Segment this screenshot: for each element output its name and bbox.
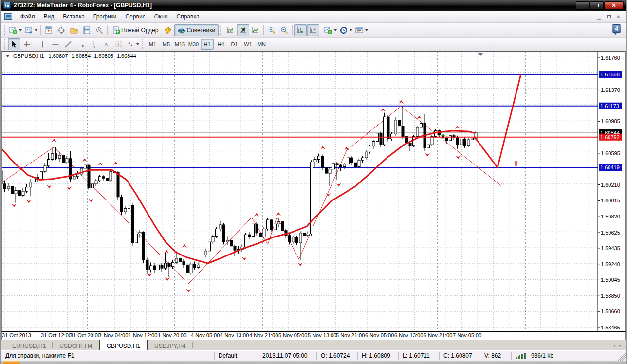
new-chart-button[interactable]: [8, 24, 23, 36]
menu-сервис[interactable]: Сервис: [121, 12, 150, 21]
timeframe-w1-button[interactable]: W1: [241, 39, 255, 50]
maximize-button[interactable]: [590, 1, 604, 10]
zoom-in-button[interactable]: [265, 24, 278, 36]
menu-окно[interactable]: Окно: [150, 12, 172, 21]
bear-candle: [325, 167, 328, 173]
chart-area[interactable]: GBPUSD,H1 1.60807 1.60854 1.60805 1.6084…: [1, 51, 626, 331]
tester-magnifier-icon: [95, 26, 103, 34]
expert-advisors-button[interactable]: Советники: [174, 24, 219, 36]
tab-scroll-left-icon[interactable]: ◂: [613, 343, 615, 348]
profiles-button[interactable]: [23, 24, 39, 36]
timeframe-h1-button[interactable]: H1: [201, 39, 214, 50]
templates-button[interactable]: [354, 24, 369, 36]
toolbar-grip[interactable]: [220, 25, 222, 35]
timeframe-m1-button[interactable]: M1: [146, 39, 159, 50]
indicators-button[interactable]: [323, 24, 338, 36]
chart-low-value: 1.60805: [94, 53, 113, 59]
bear-candle: [186, 265, 189, 273]
terminal-button[interactable]: [80, 24, 93, 36]
data-window-button[interactable]: [55, 24, 68, 36]
bear-candle: [161, 265, 163, 268]
chart-shift-button[interactable]: [307, 24, 319, 36]
bear-candle: [146, 260, 148, 270]
mql-community-button[interactable]: 4: [612, 24, 622, 35]
bear-candle: [2, 171, 2, 184]
navigator-folder-icon: [70, 26, 78, 34]
menu-вид[interactable]: Вид: [39, 12, 59, 21]
navigator-button[interactable]: [68, 24, 80, 36]
minimize-button[interactable]: —: [576, 1, 590, 10]
text-button[interactable]: A: [100, 38, 112, 50]
vertical-line-button[interactable]: [37, 38, 49, 50]
cursor-button[interactable]: [8, 38, 20, 50]
bar-chart-type-button[interactable]: [224, 24, 237, 36]
connection-bars-icon: [516, 353, 526, 359]
menu-файл[interactable]: Файл: [16, 12, 39, 21]
timeframe-d1-button[interactable]: D1: [228, 39, 241, 50]
horizontal-line-button[interactable]: [49, 38, 62, 50]
close-button[interactable]: ✕: [604, 1, 624, 10]
crosshair-button[interactable]: [20, 38, 33, 50]
price-axis-label: 1.60210: [601, 182, 620, 188]
bull-candle: [252, 224, 255, 236]
equidistant-channel-button[interactable]: E: [74, 38, 87, 50]
fibonacci-button[interactable]: F: [87, 38, 100, 50]
bear-candle: [303, 233, 306, 236]
fractal-up-icon: [276, 212, 281, 216]
menu-графики[interactable]: Графики: [89, 12, 121, 21]
traffic-counter: 936/1 kb: [531, 352, 553, 359]
fractal-up-icon: [98, 163, 103, 166]
bull-candle: [394, 120, 397, 134]
timeframe-m30-button[interactable]: M30: [187, 39, 200, 50]
bear-candle: [256, 224, 258, 233]
arrows-button[interactable]: [125, 38, 141, 50]
chart-shift-marker-icon: [478, 53, 483, 56]
trendline-button[interactable]: [62, 38, 74, 50]
strategy-tester-button[interactable]: [93, 24, 106, 36]
bear-candle: [4, 184, 6, 189]
timeframe-m15-button[interactable]: M15: [173, 39, 186, 50]
auto-scroll-button[interactable]: [294, 24, 307, 36]
new-order-button[interactable]: Новый Ордер: [109, 24, 162, 36]
status-profile[interactable]: Default: [214, 352, 258, 360]
chart-tab-usdchf[interactable]: USDCHF,H4: [53, 340, 99, 350]
periods-button[interactable]: [338, 24, 354, 36]
child-restore-button[interactable]: [605, 13, 613, 20]
child-minimize-button[interactable]: ▁: [595, 13, 603, 20]
time-axis-label: 4 Nov 21:00: [249, 332, 278, 338]
tab-scroll-right-icon[interactable]: ▸: [619, 343, 622, 348]
time-axis[interactable]: 31 Oct 201331 Oct 12:0031 Oct 20:001 Nov…: [1, 331, 626, 340]
child-close-button[interactable]: ✕: [614, 13, 623, 20]
chart-open-value: 1.60807: [49, 53, 68, 59]
timeframe-h4-button[interactable]: H4: [214, 39, 227, 50]
toolbar-grip[interactable]: [142, 39, 145, 49]
bull-candle: [58, 155, 61, 159]
metaeditor-button[interactable]: [162, 24, 174, 36]
chart-tab-usdjpy[interactable]: USDJPY,H4: [148, 340, 192, 350]
chart-tab-eurusd[interactable]: EURUSD,H1: [5, 340, 53, 350]
price-axis-label: 1.60015: [601, 198, 620, 203]
svg-text:F: F: [94, 45, 96, 48]
toolbar-grip[interactable]: [4, 25, 6, 35]
text-label-button[interactable]: T: [112, 38, 125, 50]
candlestick-chart-type-button[interactable]: [237, 24, 249, 36]
price-axis-label: 1.61760: [601, 55, 620, 61]
bull-candle: [150, 266, 152, 270]
terminal-icon: [83, 26, 91, 34]
menu-вставка[interactable]: Вставка: [58, 12, 89, 21]
toolbar-grip[interactable]: [4, 39, 6, 49]
timeframe-mn-button[interactable]: MN: [255, 39, 268, 50]
status-datetime: 2013.11.07 05:00: [258, 352, 316, 360]
bull-candle: [51, 154, 54, 160]
timeframe-m5-button[interactable]: M5: [160, 39, 173, 50]
chart-tab-gbpusd[interactable]: GBPUSD,H1: [99, 340, 148, 350]
window-resize-grip[interactable]: [618, 353, 626, 361]
resistance-mid-price-badge-label: 1.61173: [600, 103, 619, 109]
fractal-up-icon: [113, 162, 118, 165]
market-watch-button[interactable]: [42, 24, 55, 36]
line-chart-type-button[interactable]: [249, 24, 262, 36]
menu-справка[interactable]: Справка: [172, 12, 204, 21]
bull-candle: [467, 140, 470, 146]
zoom-out-button[interactable]: [278, 24, 291, 36]
price-chart[interactable]: ⇧1.617601.613701.609851.605951.602101.60…: [2, 52, 622, 331]
